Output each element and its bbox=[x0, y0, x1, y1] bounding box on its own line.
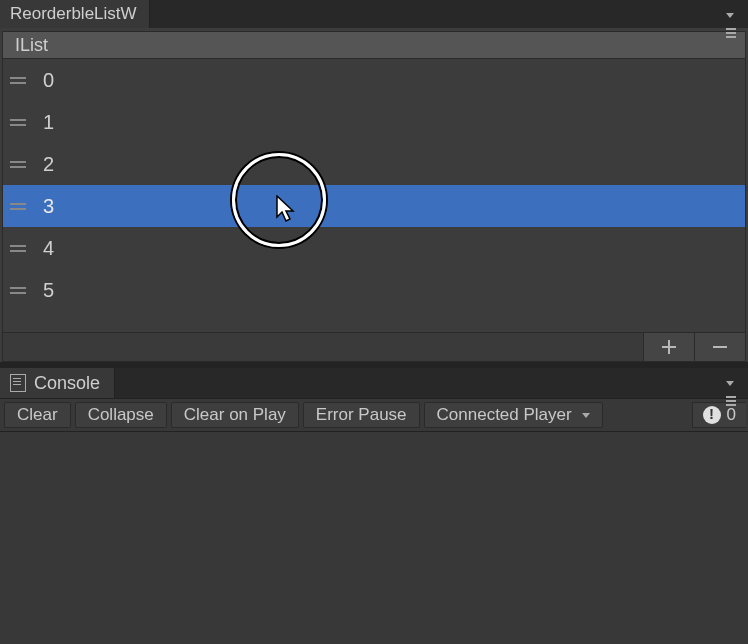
tab-bar: ReorderbleListW bbox=[0, 0, 748, 28]
list-item-label: 4 bbox=[33, 237, 54, 260]
list-footer-buttons bbox=[643, 333, 745, 361]
clear-on-play-button[interactable]: Clear on Play bbox=[171, 402, 299, 428]
console-icon bbox=[10, 374, 26, 392]
drag-handle-icon bbox=[10, 161, 26, 163]
tab-bar: Console bbox=[0, 368, 748, 398]
tab-options[interactable] bbox=[726, 4, 742, 20]
list-item[interactable]: 0 bbox=[3, 59, 745, 101]
collapse-button[interactable]: Collapse bbox=[75, 402, 167, 428]
list-item-label: 3 bbox=[33, 195, 54, 218]
tab-console[interactable]: Console bbox=[0, 368, 115, 398]
drag-handle-icon bbox=[10, 119, 26, 121]
error-count-toggle[interactable]: 0 bbox=[692, 402, 746, 428]
drag-handle[interactable] bbox=[3, 205, 33, 207]
drag-handle[interactable] bbox=[3, 289, 33, 291]
list-title: IList bbox=[15, 35, 48, 55]
drag-handle-icon bbox=[10, 287, 26, 289]
remove-item-button[interactable] bbox=[694, 333, 745, 361]
drag-handle-icon bbox=[10, 77, 26, 79]
list-item[interactable]: 5 bbox=[3, 269, 745, 311]
drag-handle-icon bbox=[10, 245, 26, 247]
error-icon bbox=[703, 406, 721, 424]
tab-label: ReorderbleListW bbox=[10, 0, 137, 28]
list-item[interactable]: 1 bbox=[3, 101, 745, 143]
clear-button[interactable]: Clear bbox=[4, 402, 71, 428]
panel-menu-icon[interactable] bbox=[726, 372, 742, 388]
drag-handle[interactable] bbox=[3, 121, 33, 123]
error-count-label: 0 bbox=[727, 405, 736, 425]
list-body: 0 1 2 3 4 5 bbox=[2, 59, 746, 332]
list-header: IList bbox=[2, 31, 746, 59]
plus-icon bbox=[661, 339, 677, 355]
drag-handle-icon bbox=[10, 203, 26, 205]
error-pause-button[interactable]: Error Pause bbox=[303, 402, 420, 428]
list-item[interactable]: 3 bbox=[3, 185, 745, 227]
panel-menu-icon[interactable] bbox=[726, 4, 742, 20]
console-panel: Console Clear Collapse Clear on Play Err… bbox=[0, 368, 748, 644]
tab-reorderable-list[interactable]: ReorderbleListW bbox=[0, 0, 150, 28]
toolbar-spacer bbox=[605, 399, 692, 431]
list-item-label: 2 bbox=[33, 153, 54, 176]
minus-icon bbox=[713, 346, 727, 348]
list-item-label: 0 bbox=[33, 69, 54, 92]
list-item[interactable]: 4 bbox=[3, 227, 745, 269]
connected-player-dropdown[interactable]: Connected Player bbox=[424, 402, 603, 428]
drag-handle[interactable] bbox=[3, 79, 33, 81]
add-item-button[interactable] bbox=[644, 333, 694, 361]
reorderable-list-panel: ReorderbleListW IList 0 1 2 3 4 bbox=[0, 0, 748, 362]
list-item-label: 5 bbox=[33, 279, 54, 302]
list-item[interactable]: 2 bbox=[3, 143, 745, 185]
console-toolbar: Clear Collapse Clear on Play Error Pause… bbox=[0, 398, 748, 432]
drag-handle[interactable] bbox=[3, 163, 33, 165]
list-footer bbox=[2, 332, 746, 362]
tab-label: Console bbox=[34, 373, 100, 394]
tab-options[interactable] bbox=[726, 372, 742, 388]
console-log-area[interactable] bbox=[0, 432, 748, 644]
drag-handle[interactable] bbox=[3, 247, 33, 249]
list-item-label: 1 bbox=[33, 111, 54, 134]
